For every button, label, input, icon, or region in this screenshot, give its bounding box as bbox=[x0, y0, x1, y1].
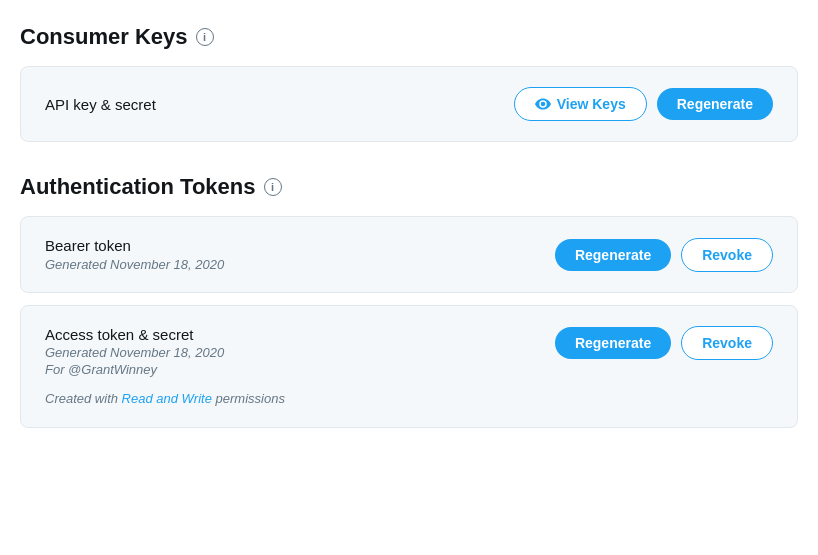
access-token-user: For @GrantWinney bbox=[45, 362, 224, 377]
consumer-keys-header: Consumer Keys i bbox=[20, 24, 798, 50]
bearer-token-generated: Generated November 18, 2020 bbox=[45, 257, 224, 272]
consumer-keys-section: Consumer Keys i API key & secret View Ke… bbox=[20, 24, 798, 142]
permission-suffix: permissions bbox=[212, 391, 285, 406]
access-token-top: Access token & secret Generated November… bbox=[45, 326, 773, 377]
access-token-actions: Regenerate Revoke bbox=[555, 326, 773, 360]
auth-tokens-header: Authentication Tokens i bbox=[20, 174, 798, 200]
view-keys-label: View Keys bbox=[557, 96, 626, 112]
eye-icon bbox=[535, 96, 551, 112]
api-key-actions: View Keys Regenerate bbox=[514, 87, 773, 121]
access-token-permission-text: Created with Read and Write permissions bbox=[45, 391, 285, 406]
bearer-token-actions: Regenerate Revoke bbox=[555, 238, 773, 272]
bearer-regenerate-button[interactable]: Regenerate bbox=[555, 239, 671, 271]
view-keys-button[interactable]: View Keys bbox=[514, 87, 647, 121]
bearer-token-info: Bearer token Generated November 18, 2020 bbox=[45, 237, 224, 272]
auth-tokens-info-icon[interactable]: i bbox=[264, 178, 282, 196]
access-regenerate-button[interactable]: Regenerate bbox=[555, 327, 671, 359]
bearer-token-card: Bearer token Generated November 18, 2020… bbox=[20, 216, 798, 293]
access-token-generated: Generated November 18, 2020 bbox=[45, 345, 224, 360]
api-key-label: API key & secret bbox=[45, 96, 156, 113]
auth-tokens-title: Authentication Tokens bbox=[20, 174, 256, 200]
api-key-card: API key & secret View Keys Regenerate bbox=[20, 66, 798, 142]
permission-prefix: Created with bbox=[45, 391, 122, 406]
auth-tokens-section: Authentication Tokens i Bearer token Gen… bbox=[20, 174, 798, 428]
bearer-revoke-button[interactable]: Revoke bbox=[681, 238, 773, 272]
access-token-info: Access token & secret Generated November… bbox=[45, 326, 224, 377]
access-token-label: Access token & secret bbox=[45, 326, 224, 343]
bearer-token-label: Bearer token bbox=[45, 237, 224, 254]
permission-link[interactable]: Read and Write bbox=[122, 391, 212, 406]
access-token-permissions: Created with Read and Write permissions bbox=[45, 389, 773, 407]
access-revoke-button[interactable]: Revoke bbox=[681, 326, 773, 360]
api-key-label-container: API key & secret bbox=[45, 96, 156, 113]
consumer-keys-info-icon[interactable]: i bbox=[196, 28, 214, 46]
consumer-regenerate-button[interactable]: Regenerate bbox=[657, 88, 773, 120]
access-token-card: Access token & secret Generated November… bbox=[20, 305, 798, 428]
consumer-keys-title: Consumer Keys bbox=[20, 24, 188, 50]
